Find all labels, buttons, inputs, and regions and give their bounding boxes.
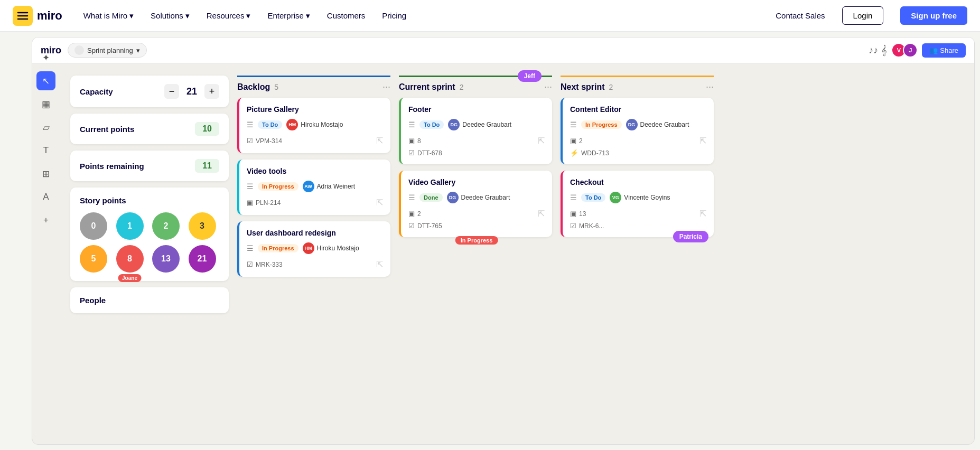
card-user-dashboard: User dashboard redesign ☰ In Progress HM…	[237, 221, 390, 277]
drag-handle[interactable]: ⇱	[376, 136, 383, 146]
drag-handle[interactable]: ⇱	[538, 209, 545, 219]
logo-area: miro	[13, 6, 62, 26]
ticket-id: DTT-765	[417, 222, 442, 230]
card-footer: ▣ 2 ⇱	[408, 209, 545, 219]
card-footer: ☑ MRK-333 ⇱	[247, 259, 383, 269]
board-container: miro Sprint planning ▾ ♪♪ 𝄞 V J 👥 Share	[0, 32, 980, 450]
logo-icon	[13, 6, 33, 26]
user-name: Vincente Goyins	[624, 194, 670, 201]
status-badge[interactable]: In Progress	[581, 120, 622, 129]
next-sprint-menu[interactable]: ···	[706, 81, 714, 92]
sparkle-tool[interactable]: ✦	[36, 48, 55, 67]
shape-tool[interactable]: ⊞	[36, 164, 55, 183]
hamburger-icon: ☰	[247, 244, 254, 252]
drag-handle[interactable]: ⇱	[699, 209, 706, 219]
capacity-decrease-button[interactable]: −	[164, 84, 179, 99]
nav-resources[interactable]: Resources ▾	[207, 11, 251, 21]
user-avatar: AW	[303, 181, 314, 192]
next-sprint-title: Next sprint	[561, 82, 605, 92]
column-next-sprint: Next sprint 2 ··· Content Editor ☰ In Pr…	[561, 76, 714, 434]
points-remaining-card: Points remaining 11	[70, 151, 229, 181]
ticket-icon: ☑	[247, 260, 253, 268]
logo-text: miro	[37, 9, 62, 23]
drag-handle[interactable]: ⇱	[376, 198, 383, 208]
status-badge[interactable]: In Progress	[258, 182, 298, 191]
capacity-controls: − 21 +	[164, 84, 219, 99]
contact-sales-link[interactable]: Contact Sales	[776, 11, 825, 20]
card-ticket: ▣ 2	[570, 137, 583, 145]
story-chip-8[interactable]: 8 Joane	[116, 245, 144, 273]
avatar-user2: J	[903, 43, 918, 58]
ticket-id: MRK-6...	[579, 222, 604, 230]
signup-button[interactable]: Sign up free	[900, 6, 967, 25]
ticket-row: ☑ DTT-678	[408, 149, 545, 157]
status-badge[interactable]: To Do	[581, 193, 605, 202]
drag-handle[interactable]: ⇱	[538, 136, 545, 146]
card-meta: ☰ To Do VG Vincente Goyins	[570, 192, 706, 203]
user-badge: HM Hiroku Mostajo	[286, 119, 343, 130]
nav-customers[interactable]: Customers	[327, 11, 366, 20]
story-chip-2[interactable]: 2	[152, 212, 180, 240]
nav-pricing[interactable]: Pricing	[382, 11, 406, 20]
status-badge[interactable]: Done	[419, 193, 443, 202]
board-header-right: ♪♪ 𝄞 V J 👥 Share	[869, 43, 966, 58]
current-sprint-menu[interactable]: ···	[544, 81, 552, 92]
note-tool[interactable]: ▱	[36, 118, 55, 137]
story-chip-0[interactable]: 0	[80, 212, 107, 240]
story-chip-1[interactable]: 1	[116, 212, 144, 240]
share-button[interactable]: 👥 Share	[922, 43, 966, 58]
nav-enterprise[interactable]: Enterprise ▾	[267, 11, 310, 21]
drag-handle[interactable]: ⇱	[699, 136, 706, 146]
story-chip-13[interactable]: 13	[152, 245, 180, 273]
hamburger-icon: ☰	[408, 120, 415, 129]
music-icon: ♪♪	[869, 45, 878, 56]
card-title: Video Gallery	[408, 178, 545, 186]
backlog-menu[interactable]: ···	[382, 81, 390, 92]
user-badge: DG Deedee Graubart	[448, 119, 511, 130]
card-ticket: ⚡ WDD-713	[570, 149, 706, 157]
capacity-increase-button[interactable]: +	[204, 84, 219, 99]
grid-tool[interactable]: ▦	[36, 95, 55, 114]
joane-label: Joane	[118, 274, 142, 282]
capacity-value: 21	[184, 86, 199, 97]
story-chip-5[interactable]: 5	[80, 245, 107, 273]
card-ticket: ☑ DTT-678	[408, 149, 545, 157]
story-chip-21[interactable]: 21	[189, 245, 216, 273]
user-badge: DG Deedee Graubart	[626, 119, 689, 130]
ticket-icon: ☑	[408, 149, 415, 157]
card-title: Picture Gallery	[247, 105, 383, 114]
nav-what-is-miro[interactable]: What is Miro ▾	[83, 11, 134, 21]
left-toolbar: ✦ ↖ ▦ ▱ T ⊞ A +	[32, 38, 60, 444]
card-checkout: Checkout ☰ To Do VG Vincente Goyins	[561, 171, 714, 237]
hamburger-icon: ☰	[570, 193, 577, 202]
card-ticket: ▣ PLN-214	[247, 199, 281, 207]
nav-solutions[interactable]: Solutions ▾	[151, 11, 190, 21]
card-ticket: ☑ MRK-6...	[570, 222, 706, 230]
text-tool[interactable]: T	[36, 141, 55, 160]
card-footer: ▣ 2 ⇱	[570, 136, 706, 146]
pen-tool[interactable]: A	[36, 188, 55, 207]
story-points-section: Story points 0 1 2 3 5 8 Joane 13 21	[70, 188, 229, 281]
status-badge[interactable]: In Progress	[258, 244, 298, 252]
hamburger-icon: ☰	[570, 120, 577, 129]
people-title: People	[80, 296, 219, 305]
ticket-icon: ☑	[570, 222, 576, 230]
current-sprint-header: Current sprint 2 ···	[399, 76, 552, 92]
card-title: Content Editor	[570, 105, 706, 114]
user-name: Hiroku Mostajo	[301, 121, 343, 128]
status-badge[interactable]: To Do	[419, 120, 444, 129]
drag-handle[interactable]: ⇱	[376, 259, 383, 269]
cursor-tool[interactable]: ↖	[36, 71, 55, 90]
board-title: Sprint planning	[87, 46, 133, 54]
login-button[interactable]: Login	[842, 6, 884, 25]
board-title-pill[interactable]: Sprint planning ▾	[68, 43, 147, 58]
backlog-count: 5	[274, 83, 278, 91]
hamburger-icon: ☰	[247, 182, 254, 191]
board-content: Capacity − 21 + Current points 10	[60, 65, 974, 444]
status-badge[interactable]: To Do	[258, 120, 282, 129]
plus-tool[interactable]: +	[36, 211, 55, 230]
story-chip-3[interactable]: 3	[189, 212, 216, 240]
card-picture-gallery: Picture Gallery ☰ To Do HM Hiroku Mostaj…	[237, 98, 390, 153]
current-sprint-cards: Footer ☰ To Do DG Deedee Graubart	[399, 98, 552, 434]
card-ticket: ☑ MRK-333	[247, 260, 283, 268]
